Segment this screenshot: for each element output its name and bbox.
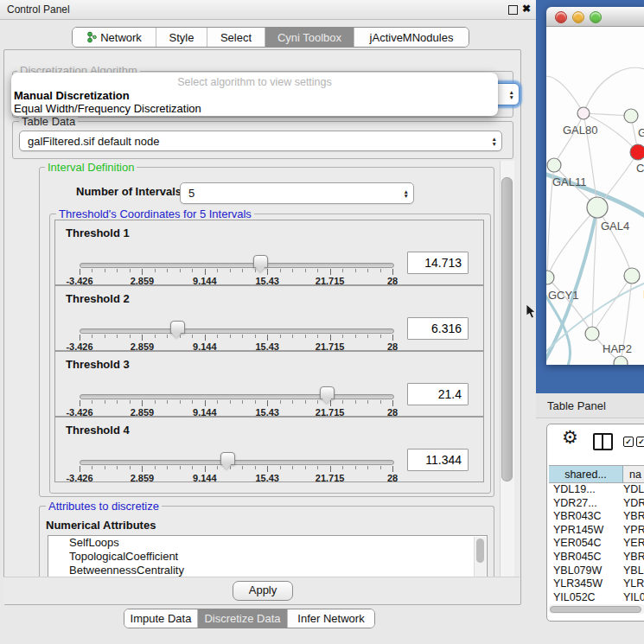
slider-handle[interactable] [220, 452, 235, 465]
axis-tick [292, 269, 293, 272]
gear-icon[interactable]: ⚙ [562, 427, 578, 448]
slider-track[interactable] [80, 460, 394, 465]
threshold-value-input[interactable] [407, 252, 469, 274]
tab-cyni-toolbox[interactable]: Cyni Toolbox [265, 28, 354, 47]
table-panel-titlebar: Table Panel [536, 393, 644, 418]
combo-stepper-icon: ▲▼ [492, 137, 497, 146]
cell-shared-name[interactable]: YBR043C [553, 510, 623, 524]
cell-shared-name[interactable]: YIL052C [553, 591, 623, 603]
network-node[interactable] [624, 268, 640, 284]
tab-infer-network[interactable]: Infer Network [287, 609, 374, 628]
cell-shared-name[interactable]: YER054C [553, 537, 623, 551]
cell-shared-name[interactable]: YDR27... [553, 497, 623, 511]
tab-select[interactable]: Select [207, 28, 265, 47]
threshold-slider[interactable] [80, 263, 392, 268]
table-data-combobox[interactable]: galFiltered.sif default node ▲▼ [19, 131, 502, 151]
cell-shared-name[interactable]: YDL19... [553, 483, 623, 497]
list-item[interactable]: BetweennessCentrality [48, 564, 487, 577]
tab-label: Infer Network [297, 612, 364, 625]
cell-shared-name[interactable]: YBR045C [553, 551, 623, 564]
slider-track[interactable] [80, 328, 394, 334]
threshold-slider[interactable] [80, 328, 392, 334]
cell-name[interactable]: YIL0 [623, 591, 644, 603]
panel-scrollbar-thumb[interactable] [501, 177, 513, 481]
table-row[interactable]: YLR345WYLR3 [547, 577, 644, 591]
split-view-icon[interactable] [593, 433, 613, 450]
slider-handle[interactable] [253, 255, 268, 268]
network-node[interactable] [614, 356, 628, 365]
close-icon[interactable]: ✖ [522, 3, 531, 15]
cell-name[interactable]: YER0 [623, 537, 644, 551]
cell-name[interactable]: YBR0 [623, 551, 644, 564]
table-row[interactable]: YER054CYER0 [547, 537, 644, 551]
tab-network[interactable]: Network [73, 28, 156, 47]
minimize-traffic-light[interactable] [572, 11, 584, 23]
table-row[interactable]: YBR045CYBR0 [547, 551, 644, 564]
threshold-value-input[interactable] [407, 383, 469, 405]
tab-impute-data[interactable]: Impute Data [124, 609, 197, 628]
checkbox-icon[interactable]: ✓ [623, 437, 634, 447]
cell-name[interactable]: YPR1 [623, 524, 644, 538]
table-hscrollbar-track[interactable] [548, 604, 644, 614]
network-node[interactable] [630, 144, 644, 160]
axis-tick [142, 400, 143, 406]
float-window-icon[interactable] [508, 5, 518, 15]
network-node[interactable] [585, 327, 599, 341]
threshold-slider[interactable] [80, 394, 392, 399]
tab-discretize-data[interactable]: Discretize Data [197, 609, 287, 628]
slider-track[interactable] [80, 263, 394, 268]
cell-shared-name[interactable]: YLR345W [553, 577, 623, 591]
tab-style[interactable]: Style [156, 28, 207, 47]
slider-handle[interactable] [170, 321, 185, 334]
network-canvas[interactable]: GAL80GACGAL11GAL4GCY1HHAP2 [546, 27, 644, 365]
network-node[interactable] [547, 158, 561, 172]
list-item[interactable]: TopologicalCoefficient [48, 550, 487, 564]
tab-jactivemnodules[interactable]: jActiveMNodules [354, 28, 469, 47]
axis-tick [255, 400, 256, 404]
cell-name[interactable]: YLR3 [623, 577, 644, 591]
close-traffic-light[interactable] [555, 11, 567, 23]
table-row[interactable]: YIL052CYIL0 [547, 591, 644, 603]
slider-track[interactable] [80, 394, 394, 399]
table-row[interactable]: YDL19...YDL1 [547, 483, 644, 497]
network-node[interactable] [624, 109, 638, 123]
cell-name[interactable]: YDL1 [623, 483, 644, 497]
zoom-traffic-light[interactable] [590, 11, 602, 23]
column-header-shared-name[interactable]: shared... [549, 465, 623, 483]
number-of-intervals-combobox[interactable]: 5 ▲▼ [180, 182, 414, 204]
table-row[interactable]: YDR27...YDR2 [547, 497, 644, 511]
cell-shared-name[interactable]: YPR145W [553, 524, 623, 538]
table-hscrollbar-thumb[interactable] [550, 606, 641, 613]
threshold-slider[interactable] [80, 460, 392, 465]
axis-tick [105, 466, 105, 469]
list-scrollbar-thumb[interactable] [476, 539, 484, 563]
table-row[interactable]: YBR043CYBR0 [547, 510, 644, 524]
list-item[interactable]: SelfLoops [48, 536, 487, 550]
threshold-value-input[interactable] [407, 449, 469, 471]
network-node-label: GA [638, 126, 644, 139]
cell-shared-name[interactable]: YBL079W [553, 564, 623, 578]
dropdown-option-manual[interactable]: Manual Discretization [14, 89, 130, 102]
axis-tick [317, 335, 318, 338]
threshold-value-input[interactable] [407, 317, 469, 340]
network-window-titlebar[interactable] [546, 7, 644, 27]
slider-handle[interactable] [320, 386, 335, 399]
axis-tick [230, 400, 231, 404]
table-row[interactable]: YPR145WYPR1 [547, 524, 644, 538]
apply-button[interactable]: Apply [233, 581, 293, 601]
checkbox-icon[interactable]: ✓ [636, 437, 644, 447]
cell-name[interactable]: YDR2 [623, 497, 644, 511]
axis-tick [342, 335, 343, 338]
cell-name[interactable]: YBR0 [623, 510, 644, 524]
axis-tick [80, 335, 80, 341]
numerical-attributes-list[interactable]: SelfLoops TopologicalCoefficient Between… [48, 535, 488, 578]
table-row[interactable]: YBL079WYBL0 [547, 564, 644, 578]
network-node[interactable] [587, 197, 608, 218]
list-scrollbar[interactable] [474, 537, 486, 577]
axis-tick [380, 466, 381, 469]
network-node[interactable] [546, 271, 554, 284]
column-header-name[interactable]: na [623, 465, 644, 483]
cell-name[interactable]: YBL0 [623, 564, 644, 578]
dropdown-option-equal-width[interactable]: Equal Width/Frequency Discretization [14, 102, 201, 115]
network-node[interactable] [577, 107, 590, 119]
